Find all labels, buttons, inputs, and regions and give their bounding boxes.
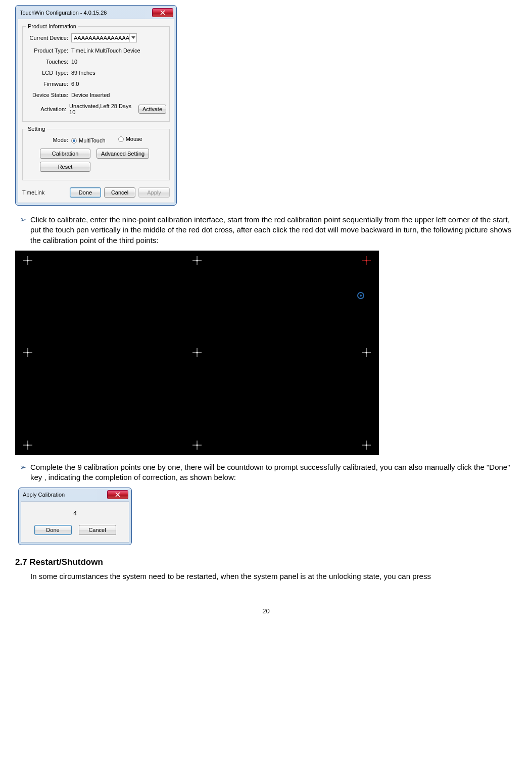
- setting-group: Setting Mode: MultiTouch Mouse Calibrati…: [22, 126, 170, 180]
- lcd-type-value: 89 Inches: [71, 70, 95, 76]
- product-type-value: TimeLink MultiTouch Device: [71, 47, 140, 54]
- brand-label: TimeLink: [22, 189, 44, 196]
- product-type-row: Product Type: TimeLink MultiTouch Device: [26, 47, 166, 54]
- titlebar[interactable]: Apply Calibration: [21, 490, 129, 501]
- bullet-arrow-icon: ➢: [15, 215, 30, 246]
- bullet-arrow-icon: ➢: [15, 462, 30, 483]
- bullet-1-text: Click to calibrate, enter the nine-point…: [30, 215, 517, 246]
- product-type-label: Product Type:: [26, 47, 71, 54]
- current-device-label: Current Device:: [26, 35, 71, 41]
- client-area: Product Information Current Device: AAAA…: [18, 19, 174, 203]
- mode-multitouch-radio[interactable]: MultiTouch: [71, 137, 106, 143]
- touches-row: Touches: 10: [26, 59, 166, 65]
- section-heading: 2.7 Restart/Shutdown: [15, 557, 517, 567]
- product-information-legend: Product Information: [26, 23, 78, 29]
- mode-label: Mode:: [26, 137, 71, 143]
- radio-icon: [118, 136, 124, 142]
- calibration-point-5[interactable]: [192, 348, 202, 357]
- calibration-point-7[interactable]: [23, 441, 32, 450]
- calibration-point-6[interactable]: [362, 348, 371, 357]
- window-title: TouchWin Configuration - 4.0.15.26: [20, 10, 107, 16]
- bottom-bar: TimeLink Done Cancel Apply: [22, 184, 170, 198]
- activate-button[interactable]: Activate: [138, 105, 166, 114]
- touchwin-config-window: TouchWin Configuration - 4.0.15.26 Produ…: [15, 5, 177, 206]
- apply-button[interactable]: Apply: [138, 187, 170, 198]
- touches-label: Touches:: [26, 59, 71, 65]
- client-area: 4 Done Cancel: [21, 501, 129, 543]
- close-icon: [115, 492, 120, 497]
- mode-row: Mode: MultiTouch Mouse: [26, 136, 166, 143]
- radio-icon: [71, 138, 77, 143]
- lcd-type-label: LCD Type:: [26, 70, 71, 76]
- titlebar[interactable]: TouchWin Configuration - 4.0.15.26: [18, 8, 174, 19]
- activation-label: Activation:: [26, 106, 69, 112]
- chevron-down-icon: [129, 34, 136, 42]
- calibration-point-8[interactable]: [192, 441, 202, 450]
- activation-row: Activation: Unactivated,Left 28 Days 10 …: [26, 103, 166, 115]
- device-status-value: Device Inserted: [71, 92, 110, 98]
- apply-calibration-window: Apply Calibration 4 Done Cancel: [18, 488, 132, 545]
- current-device-combo[interactable]: AAAAAAAAAAAAAAA: [71, 33, 137, 42]
- done-button[interactable]: Done: [70, 187, 101, 198]
- bullet-1: ➢ Click to calibrate, enter the nine-poi…: [15, 215, 517, 246]
- bullet-2: ➢ Complete the 9 calibration points one …: [15, 462, 517, 483]
- mode-multitouch-label: MultiTouch: [79, 137, 106, 143]
- product-information-group: Product Information Current Device: AAAA…: [22, 23, 170, 122]
- mode-mouse-radio[interactable]: Mouse: [118, 136, 142, 142]
- calibration-point-9[interactable]: [362, 441, 371, 450]
- calibration-point-3-active[interactable]: [362, 256, 371, 265]
- current-device-row: Current Device: AAAAAAAAAAAAAAA: [26, 33, 166, 42]
- advanced-setting-button[interactable]: Advanced Setting: [96, 149, 149, 159]
- calibration-screen[interactable]: [15, 251, 379, 455]
- reset-button[interactable]: Reset: [40, 162, 90, 172]
- firmware-label: Firmware:: [26, 81, 71, 87]
- touches-value: 10: [71, 59, 77, 65]
- mode-mouse-label: Mouse: [126, 136, 142, 142]
- touch-cursor-icon: [357, 292, 364, 299]
- calibration-point-4[interactable]: [23, 348, 32, 357]
- section-text: In some circumstances the system need to…: [30, 571, 517, 581]
- page-number: 20: [15, 607, 517, 615]
- close-button[interactable]: [107, 490, 128, 499]
- calibration-point-2[interactable]: [192, 256, 202, 265]
- close-icon: [160, 10, 165, 15]
- setting-legend: Setting: [26, 126, 47, 132]
- lcd-type-row: LCD Type: 89 Inches: [26, 70, 166, 76]
- bullet-2-text: Complete the 9 calibration points one by…: [30, 462, 517, 483]
- firmware-row: Firmware: 6.0: [26, 81, 166, 87]
- calibration-button[interactable]: Calibration: [40, 149, 90, 159]
- activation-value: Unactivated,Left 28 Days 10: [69, 103, 135, 115]
- countdown-value: 4: [27, 510, 123, 517]
- done-button[interactable]: Done: [34, 525, 72, 535]
- device-status-row: Device Status: Device Inserted: [26, 92, 166, 98]
- close-button[interactable]: [152, 8, 173, 17]
- calibration-point-1[interactable]: [23, 256, 32, 265]
- apply-calibration-title: Apply Calibration: [23, 492, 65, 498]
- firmware-value: 6.0: [71, 81, 79, 87]
- cancel-button[interactable]: Cancel: [79, 525, 116, 535]
- cancel-button[interactable]: Cancel: [104, 187, 135, 198]
- device-status-label: Device Status:: [26, 92, 71, 98]
- current-device-value: AAAAAAAAAAAAAAA: [74, 35, 129, 41]
